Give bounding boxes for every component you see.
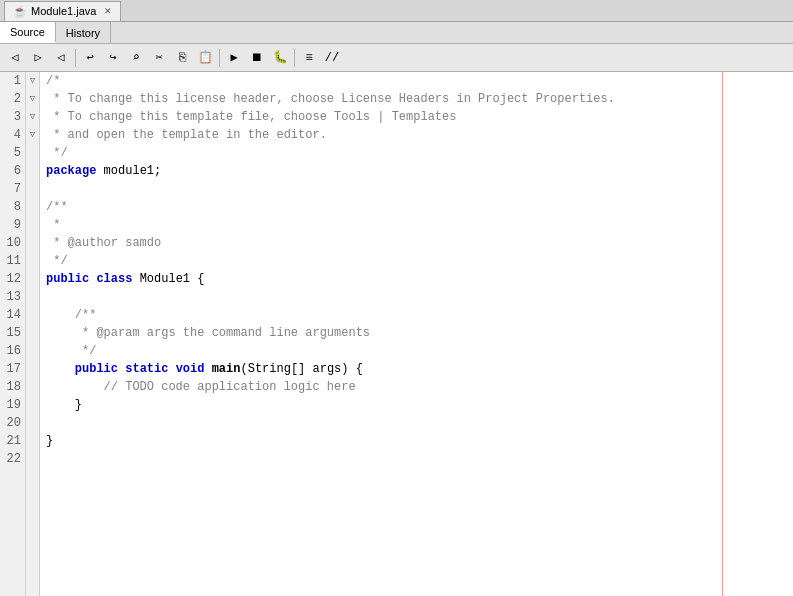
file-icon: ☕ [13, 5, 27, 18]
line-num: 21 [0, 432, 21, 450]
format-icon[interactable]: ≡ [298, 47, 320, 69]
line-num: 17 [0, 360, 21, 378]
code-line: /* [46, 72, 793, 90]
code-line [46, 180, 793, 198]
code-line: /** [46, 198, 793, 216]
code-area[interactable]: 12345678910111213141516171819202122▽▽▽▽/… [0, 72, 793, 596]
fold-marker[interactable]: ▽ [26, 72, 39, 90]
debug-icon[interactable]: 🐛 [269, 47, 291, 69]
run-icon[interactable]: ▶ [223, 47, 245, 69]
code-content[interactable]: /* * To change this license header, choo… [40, 72, 793, 596]
code-line [46, 288, 793, 306]
fold-marker[interactable]: ▽ [26, 108, 39, 126]
redo-icon[interactable]: ↪ [102, 47, 124, 69]
code-line: * and open the template in the editor. [46, 126, 793, 144]
title-bar: ☕ Module1.java ✕ [0, 0, 793, 22]
line-num: 10 [0, 234, 21, 252]
stop-icon[interactable]: ⏹ [246, 47, 268, 69]
line-num: 16 [0, 342, 21, 360]
sep3 [294, 49, 295, 67]
comment-icon[interactable]: // [321, 47, 343, 69]
line-num: 1 [0, 72, 21, 90]
code-line: } [46, 396, 793, 414]
line-num: 4 [0, 126, 21, 144]
tab-source[interactable]: Source [0, 22, 56, 43]
code-line: public class Module1 { [46, 270, 793, 288]
line-num: 14 [0, 306, 21, 324]
code-line: */ [46, 342, 793, 360]
line-num: 22 [0, 450, 21, 468]
line-num: 8 [0, 198, 21, 216]
cut-icon[interactable]: ✂ [148, 47, 170, 69]
forward-icon[interactable]: ▷ [27, 47, 49, 69]
code-line: public static void main(String[] args) { [46, 360, 793, 378]
code-line: } [46, 432, 793, 450]
code-line: */ [46, 144, 793, 162]
file-tab[interactable]: ☕ Module1.java ✕ [4, 1, 121, 21]
code-line [46, 450, 793, 468]
line-num: 3 [0, 108, 21, 126]
toolbar: ◁▷◁↩↪⌕✂⎘📋▶⏹🐛≡// [0, 44, 793, 72]
sep1 [75, 49, 76, 67]
tab-history[interactable]: History [56, 22, 111, 43]
tab-label: Module1.java [31, 5, 96, 17]
line-num: 18 [0, 378, 21, 396]
line-num: 5 [0, 144, 21, 162]
fold-marker[interactable]: ▽ [26, 90, 39, 108]
paste-icon[interactable]: 📋 [194, 47, 216, 69]
copy-icon[interactable]: ⎘ [171, 47, 193, 69]
code-line: package module1; [46, 162, 793, 180]
fold-gutter: ▽▽▽▽ [26, 72, 40, 596]
line-num: 11 [0, 252, 21, 270]
editor: 12345678910111213141516171819202122▽▽▽▽/… [0, 72, 793, 596]
line-num: 12 [0, 270, 21, 288]
line-numbers: 12345678910111213141516171819202122 [0, 72, 26, 596]
code-line: * @param args the command line arguments [46, 324, 793, 342]
code-line: * [46, 216, 793, 234]
back-icon[interactable]: ◁ [4, 47, 26, 69]
history-back-icon[interactable]: ◁ [50, 47, 72, 69]
editor-tabs: Source History [0, 22, 793, 44]
line-num: 13 [0, 288, 21, 306]
line-num: 20 [0, 414, 21, 432]
tab-close-icon[interactable]: ✕ [104, 6, 112, 16]
sep2 [219, 49, 220, 67]
line-num: 9 [0, 216, 21, 234]
code-line: /** [46, 306, 793, 324]
line-num: 15 [0, 324, 21, 342]
fold-marker[interactable]: ▽ [26, 126, 39, 144]
code-line [46, 414, 793, 432]
code-line: * To change this license header, choose … [46, 90, 793, 108]
line-num: 7 [0, 180, 21, 198]
code-line: * To change this template file, choose T… [46, 108, 793, 126]
line-num: 6 [0, 162, 21, 180]
line-num: 19 [0, 396, 21, 414]
code-line: */ [46, 252, 793, 270]
undo-icon[interactable]: ↩ [79, 47, 101, 69]
code-line: // TODO code application logic here [46, 378, 793, 396]
line-num: 2 [0, 90, 21, 108]
code-line: * @author samdo [46, 234, 793, 252]
find-icon[interactable]: ⌕ [125, 47, 147, 69]
